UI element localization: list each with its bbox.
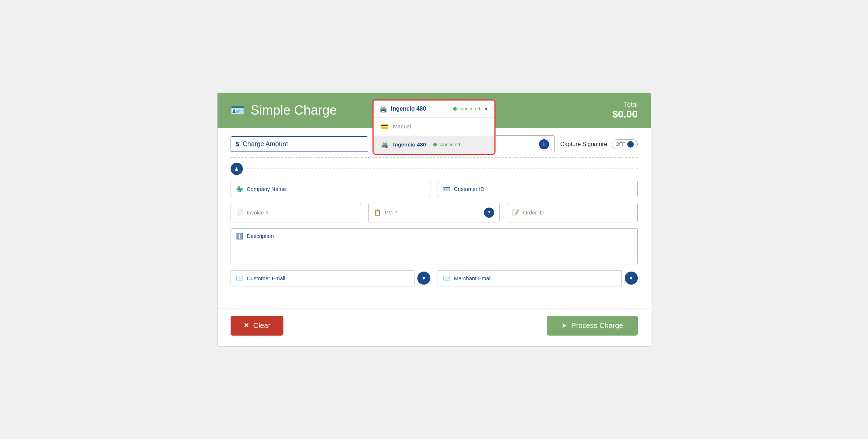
merchant-email-icon: ✉️ [443, 275, 450, 282]
terminal-dropdown-container: 🖨️ Ingencio 480 connected ▼ 💳 Manual [372, 99, 496, 155]
charge-amount-placeholder: Charge Amount [243, 140, 288, 148]
company-icon: 🏪 [236, 186, 243, 192]
customer-email-placeholder: Customer Email [247, 275, 286, 281]
page-container: 🪪 Simple Charge 🖨️ Ingencio 480 connecte… [217, 93, 651, 347]
description-field[interactable]: ℹ️ Description [231, 228, 638, 264]
merchant-email-field[interactable]: ✉️ Merchant Email [438, 270, 622, 286]
connected-badge: connected [453, 106, 480, 111]
invoice-icon: 📄 [236, 209, 243, 216]
po-field[interactable]: 📋 PO # ? [368, 203, 500, 222]
invoice-placeholder: Invoice # [247, 209, 269, 216]
invoice-po-orderid-row: 📄 Invoice # 📋 PO # ? 📝 Order ID [231, 203, 638, 222]
company-name-placeholder: Company Name [247, 186, 286, 192]
customer-email-field[interactable]: ✉️ Customer Email [231, 270, 415, 286]
bottom-bar: ✕ Clear ➤ Process Charge [218, 308, 651, 346]
total-label: Total [612, 101, 637, 108]
header: 🪪 Simple Charge 🖨️ Ingencio 480 connecte… [218, 93, 651, 128]
company-name-field[interactable]: 🏪 Company Name [231, 181, 431, 197]
terminal-selected-row[interactable]: 🖨️ Ingencio 480 connected ▼ [374, 101, 494, 118]
customer-email-icon: ✉️ [236, 275, 243, 282]
process-label: Process Charge [571, 321, 623, 330]
chevron-down-icon: ▼ [484, 106, 489, 112]
terminal-selected-name: Ingencio 480 [391, 106, 450, 112]
dollar-icon: $ [236, 141, 239, 148]
ingencio-connected-badge: connected [433, 142, 460, 147]
ingencio-connected-label: connected [438, 142, 460, 147]
clear-label: Clear [253, 321, 271, 330]
header-total: Total $0.00 [612, 101, 637, 120]
page-title: Simple Charge [251, 103, 337, 118]
ingencio-icon: 🖨️ [381, 141, 389, 149]
x-icon: ✕ [244, 321, 249, 329]
company-customerid-row: 🏪 Company Name 🪪 Customer ID [231, 181, 638, 197]
capture-signature-toggle[interactable]: OFF [612, 139, 638, 149]
customer-email-wrapper: ✉️ Customer Email ▼ [231, 270, 431, 286]
capture-signature-label: Capture Signature [560, 141, 607, 148]
terminal-option-ingencio[interactable]: 🖨️ Ingencio 480 connected [374, 136, 494, 154]
terminal-dropdown-list: 💳 Manual 🖨️ Ingencio 480 connected [374, 118, 494, 154]
merchant-email-placeholder: Merchant Email [454, 275, 492, 281]
expand-line [247, 169, 638, 169]
manual-card-icon: 💳 [381, 123, 389, 131]
customer-id-icon: 🪪 [443, 186, 450, 192]
customer-email-dropdown-button[interactable]: ▼ [417, 272, 430, 285]
clear-button[interactable]: ✕ Clear [231, 316, 284, 336]
order-id-field[interactable]: 📝 Order ID [507, 203, 638, 222]
expand-row: ▲ [231, 158, 638, 177]
order-id-placeholder: Order ID [523, 209, 544, 216]
description-placeholder: Description [247, 233, 274, 239]
po-icon: 📋 [374, 209, 381, 216]
order-id-icon: 📝 [512, 209, 519, 216]
process-charge-button[interactable]: ➤ Process Charge [547, 316, 637, 336]
merchant-email-dropdown-button[interactable]: ▼ [625, 272, 638, 285]
terminal-dropdown-wrapper: 🖨️ Ingencio 480 connected ▼ 💳 Manual [372, 99, 496, 155]
customer-id-placeholder: Customer ID [454, 186, 484, 192]
capture-signature-area: Capture Signature OFF [560, 139, 638, 149]
description-row: ℹ️ Description [231, 228, 638, 264]
customer-id-field[interactable]: 🪪 Customer ID [438, 181, 638, 197]
terminal-option-manual[interactable]: 💳 Manual [374, 118, 494, 136]
send-icon: ➤ [561, 321, 567, 329]
card-icon: 🪪 [231, 103, 245, 117]
invoice-field[interactable]: 📄 Invoice # [231, 203, 362, 222]
terminal-icon: 🖨️ [379, 105, 387, 113]
form-area: $ Charge Amount ▼ Tax Amount i Capture S… [218, 128, 651, 308]
fields-section: 🏪 Company Name 🪪 Customer ID 📄 Invoice #… [231, 177, 638, 297]
toggle-circle [627, 141, 634, 148]
toggle-off-label: OFF [616, 141, 625, 147]
ingencio-connected-dot [433, 143, 437, 146]
header-left: 🪪 Simple Charge [231, 103, 337, 118]
expand-button[interactable]: ▲ [231, 163, 243, 175]
total-amount: $0.00 [612, 108, 637, 120]
connected-dot [453, 107, 457, 111]
po-help-button[interactable]: ? [484, 208, 494, 218]
tax-info-button[interactable]: i [539, 139, 549, 149]
merchant-email-wrapper: ✉️ Merchant Email ▼ [438, 270, 638, 286]
charge-amount-field[interactable]: $ Charge Amount [231, 136, 368, 152]
ingencio-option-label: Ingencio 480 [393, 141, 426, 148]
manual-option-label: Manual [393, 123, 411, 129]
description-icon: ℹ️ [236, 233, 243, 240]
connected-label: connected [458, 106, 480, 111]
email-row: ✉️ Customer Email ▼ ✉️ Merchant Email ▼ [231, 270, 638, 286]
po-placeholder: PO # [385, 209, 397, 216]
